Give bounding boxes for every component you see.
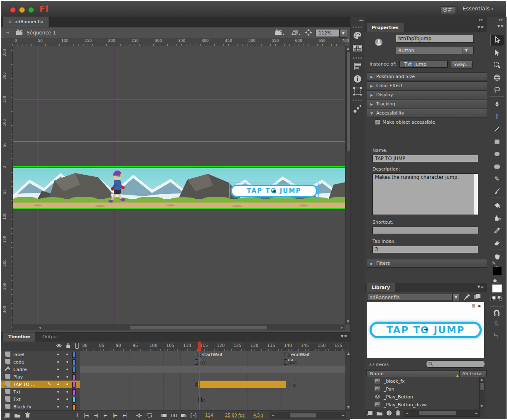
scroll-left-icon[interactable]: ◄: [38, 326, 41, 330]
scroll-down-icon[interactable]: ▼: [480, 404, 483, 408]
timeline-horizontal-scrollbar[interactable]: ◄ ►: [270, 412, 346, 419]
show-hide-all-layers-eye-icon[interactable]: [56, 343, 62, 348]
delete-item-trash-icon[interactable]: [395, 410, 401, 416]
scroll-down-icon[interactable]: ▼: [347, 405, 350, 410]
tab-timeline[interactable]: Timeline: [3, 332, 35, 342]
step-back-button[interactable]: ◄|: [94, 413, 98, 418]
empty-keyframe-icon[interactable]: [195, 359, 198, 365]
properties-panel-menu-icon[interactable]: ▼≡: [478, 25, 484, 29]
close-window-button[interactable]: [10, 7, 16, 13]
keyframe-icon[interactable]: [195, 382, 198, 387]
section-display[interactable]: ▶Display: [367, 90, 488, 99]
workspace-switcher-icon-button[interactable]: [440, 6, 456, 14]
onion-skin-outlines-icon[interactable]: [171, 413, 177, 418]
layer-row-play[interactable]: Play: [1, 373, 80, 381]
snap-to-objects-magnet-icon[interactable]: [493, 310, 500, 317]
layer-outline-color-chip[interactable]: [72, 382, 76, 388]
oval-tool[interactable]: [490, 149, 503, 160]
layer-row-cadre[interactable]: Cadre: [1, 366, 80, 374]
layer-frames-row[interactable]: aaa: [80, 358, 345, 366]
layer-lock-dot[interactable]: [66, 361, 68, 363]
info-panel-icon[interactable]: [353, 74, 362, 84]
keyframe-circle-icon[interactable]: [202, 399, 205, 402]
preview-play-icon[interactable]: ►: [478, 303, 482, 308]
layer-frames-row[interactable]: [80, 403, 345, 411]
keyframe-circle-icon[interactable]: [288, 354, 291, 357]
zoom-window-button[interactable]: [28, 7, 34, 13]
stage-canvas[interactable]: TAP TO JUMP ⊕: [13, 46, 345, 325]
library-item-row[interactable]: _Play_Button: [367, 393, 479, 401]
instance-of-value[interactable]: _Txt_jump: [399, 61, 448, 68]
workspace-menu[interactable]: Essentials ▾: [463, 5, 493, 12]
frame-number-ruler[interactable]: 8085909510010511011512012513013514014515…: [80, 342, 345, 351]
minimize-window-button[interactable]: [19, 7, 25, 13]
pencil-tool[interactable]: ✎: [490, 173, 503, 185]
expand-dock-icon[interactable]: ◄◄: [359, 18, 363, 22]
new-library-panel-icon[interactable]: [473, 293, 482, 300]
collapse-tools-icon[interactable]: ►►: [499, 18, 503, 22]
layer-outline-color-chip[interactable]: [72, 367, 76, 373]
new-folder-icon[interactable]: [376, 410, 383, 416]
3d-rotation-tool[interactable]: [490, 72, 503, 83]
play-button[interactable]: ►: [104, 413, 107, 418]
swap-default-colors-icons[interactable]: [490, 296, 503, 302]
layer-visibility-dot[interactable]: [57, 383, 59, 385]
paint-bucket-tool[interactable]: [490, 200, 503, 211]
onion-skin-icon[interactable]: [161, 413, 167, 418]
section-tracking[interactable]: ▶Tracking: [367, 100, 488, 108]
layer-visibility-dot[interactable]: [57, 398, 59, 400]
layer-visibility-dot[interactable]: [57, 391, 59, 393]
transform-panel-icon[interactable]: [353, 86, 362, 96]
swatches-panel-icon[interactable]: [353, 43, 362, 53]
layer-outline-color-chip[interactable]: [72, 359, 76, 365]
lasso-tool[interactable]: [490, 85, 503, 96]
section-position-and-size[interactable]: ▶Position and Size: [367, 72, 488, 81]
new-folder-icon[interactable]: [14, 413, 21, 418]
stage-zoom-dropdown-arrow[interactable]: ▼: [339, 29, 347, 38]
stage-zoom-input[interactable]: 112%: [316, 29, 342, 37]
lock-all-layers-icon[interactable]: [66, 343, 71, 348]
timeline-panel-menu-icon[interactable]: ▼≡: [341, 334, 348, 338]
show-all-layers-as-outlines-icon[interactable]: [75, 343, 79, 349]
panel-group-grip[interactable]: [353, 27, 362, 28]
empty-keyframe-icon[interactable]: [289, 382, 292, 387]
selection-tool[interactable]: [490, 34, 504, 46]
layer-visibility-dot[interactable]: [57, 376, 59, 378]
layer-row-code[interactable]: code: [1, 358, 80, 366]
text-tool[interactable]: T: [490, 111, 503, 122]
library-item-row[interactable]: _Pan: [367, 385, 479, 393]
layer-lock-dot[interactable]: [66, 406, 68, 408]
library-document-dropdown[interactable]: adBanner.fla: [367, 294, 455, 301]
document-tab[interactable]: ×adBanner.fla: [3, 17, 49, 27]
library-panel-menu-icon[interactable]: ▼≡: [478, 285, 484, 289]
tab-index-input[interactable]: 3: [372, 246, 478, 253]
layer-row-txt[interactable]: Txt: [1, 396, 80, 403]
layer-frames-row[interactable]: [80, 381, 345, 388]
symbol-type-dropdown[interactable]: Button: [396, 47, 474, 54]
scroll-up-icon[interactable]: ▲: [480, 378, 483, 382]
layer-height-grip-icon[interactable]: ⦀: [76, 413, 78, 418]
layer-lock-dot[interactable]: [66, 369, 68, 370]
layer-frames-row[interactable]: [80, 373, 345, 381]
symbol-properties-info-icon[interactable]: [386, 410, 392, 416]
scroll-right-icon[interactable]: ►: [341, 326, 343, 330]
eraser-tool[interactable]: [490, 237, 503, 249]
current-frame-value[interactable]: 114: [205, 413, 213, 418]
library-horizontal-scrollbar[interactable]: ◄ ►: [404, 410, 480, 417]
keyframe-circle-icon[interactable]: [291, 361, 294, 364]
symbol-type-dropdown-arrow[interactable]: ▼: [463, 47, 470, 54]
layer-frames-row[interactable]: [80, 366, 345, 374]
layer-visibility-dot[interactable]: [57, 354, 59, 355]
layer-lock-dot[interactable]: [66, 376, 68, 378]
stage-button-selection-box[interactable]: TAP TO JUMP ⊕: [229, 183, 319, 199]
modify-markers-icon[interactable]: [190, 413, 197, 418]
make-object-accessible-checkbox[interactable]: ✓: [375, 120, 380, 125]
layer-frames-row[interactable]: startWaitendWait: [80, 351, 345, 359]
scroll-down-icon[interactable]: ▼: [347, 320, 349, 324]
panel-group-grip[interactable]: [353, 57, 362, 59]
layer-outline-color-chip[interactable]: [72, 352, 76, 358]
library-hscroll-thumb[interactable]: [419, 411, 457, 415]
tab-output[interactable]: Output: [37, 332, 63, 342]
stroke-color-swatch[interactable]: [492, 267, 502, 275]
playhead-line[interactable]: [199, 342, 200, 410]
